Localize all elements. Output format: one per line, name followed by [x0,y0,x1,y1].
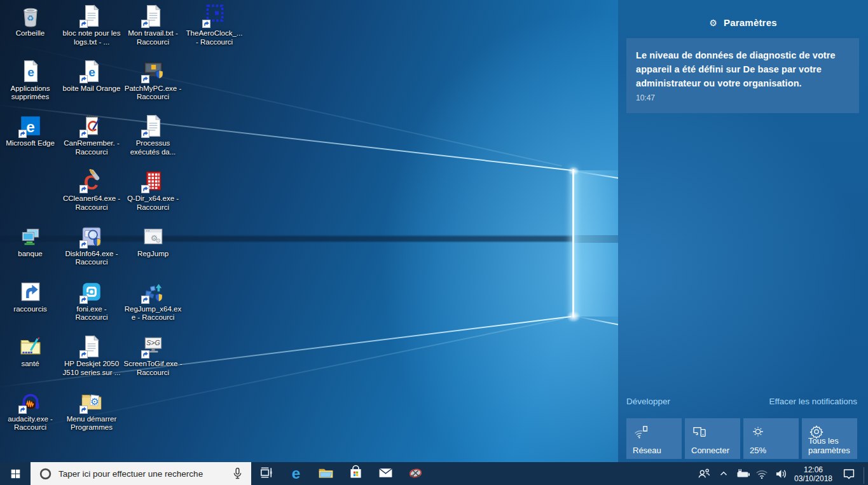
taskbar-microsoft-store[interactable] [341,462,371,485]
canremember-icon [79,114,104,138]
tray-hidden-icons[interactable] [715,462,733,485]
network-icon [755,468,769,480]
quick-action-25[interactable]: 25% [743,418,799,459]
taskbar-search-box[interactable]: Taper ici pour effectuer une recherche [31,462,251,485]
windows-desktop: ♻Corbeillebloc note pour les logs.txt - … [0,0,868,485]
tray-volume[interactable] [771,462,791,485]
screentogif-icon: S>G [141,334,165,359]
desktop-icon-microsoft-edge[interactable]: eMicrosoft Edge [0,114,60,148]
banque-icon [18,224,43,249]
quick-action-label: Connecter [691,446,738,455]
desktop-icon-hp-deskjet-2050-j510-series-sur[interactable]: HP Deskjet 2050 J510 series sur ... [62,334,122,377]
doc-icon [141,114,165,138]
recycle-icon: ♻ [18,4,43,28]
desktop-icon-label: DiskInfo64.exe - Raccourci [62,250,122,267]
cortana-ring-icon [39,467,52,481]
desktop-icon-label: TheAeroClock_... - Raccourci [184,29,245,46]
bubble-icon [841,466,857,481]
edgedoc-icon: e [18,59,43,83]
desktop-icon-label: Mon travail.txt - Raccourci [123,29,183,46]
ccleaner-icon: C [79,169,104,193]
desktop-icon-label: RegJump_x64.exe - Raccourci [123,305,183,322]
notification-card[interactable]: Le niveau de données de diagnostic de vo… [626,38,859,113]
quick-action-r-seau[interactable]: Réseau [626,418,682,459]
desktop-icon-q-dir-x64-exe-raccourci[interactable]: Q-Dir_x64.exe - Raccourci [123,169,183,212]
microsoft-store-icon [347,464,364,483]
quick-action-label: Réseau [633,446,679,455]
show-desktop-button[interactable] [864,462,868,485]
desktop-icon-ccleaner64-exe-raccourci[interactable]: CCCleaner64.exe - Raccourci [62,169,122,212]
desktop-icon-regjump[interactable]: ⚙⚙RegJump [123,224,183,259]
desktop-icon-theaeroclock-raccourci[interactable]: TheAeroClock_... - Raccourci [184,4,245,46]
desktop-icon-label: boite Mail Orange [62,85,122,93]
desktop-icon-boite-mail-orange[interactable]: eboite Mail Orange [62,59,122,93]
action-center-header: ⚙Paramètres [618,17,868,28]
desktop-icon-audacity-exe-raccourci[interactable]: audacity.exe - Raccourci [0,390,60,432]
desktop-icon-canremember-raccourci[interactable]: CanRemember. - Raccourci [62,114,122,156]
battery-icon [734,467,751,480]
svg-text:e: e [26,118,35,135]
regjump64-icon [141,280,165,304]
start-button[interactable] [0,462,31,485]
clear-notifications-link[interactable]: Effacer les notifications [769,397,857,406]
desktop-icon-applications-supprim-es[interactable]: eApplications supprimées [0,59,60,102]
desktop-icon-patchmypc-exe-raccourci[interactable]: PatchMyPC.exe - Raccourci [123,59,183,102]
tray-battery[interactable] [733,462,753,485]
tray-network[interactable] [753,462,771,485]
taskbar-task-view[interactable] [251,462,281,485]
quick-actions-row: RéseauConnecter25%Tous les paramètres [626,418,857,459]
quick-action-connecter[interactable]: Connecter [685,418,740,459]
taskbar-snipping-tool[interactable] [401,462,431,485]
desktop-icon-sant[interactable]: santé [0,334,60,369]
desktop-icon-label: Corbeille [0,29,60,38]
taskbar-mail[interactable] [371,462,401,485]
desktop-icon-raccourcis[interactable]: raccourcis [0,280,60,314]
wallpaper-light-line [572,169,574,317]
doc-icon [79,334,104,359]
desktop-icon-processus-ex-cut-s-da[interactable]: Processus exécutés da... [123,114,183,156]
action-center-title: Paramètres [724,17,777,28]
patchmypc-icon [141,59,165,83]
action-center-panel: ⚙Paramètres Le niveau de données de diag… [618,0,868,462]
file-explorer-icon [317,464,334,483]
microsoft-edge-icon: e [287,464,305,483]
desktop-icon-bloc-note-pour-les-logs-txt[interactable]: bloc note pour les logs.txt - ... [62,4,122,46]
wallpaper-glow [567,311,581,322]
taskbar-file-explorer[interactable] [311,462,341,485]
expand-link[interactable]: Développer [626,397,670,406]
taskbar-microsoft-edge[interactable]: e [281,462,311,485]
svg-text:e: e [27,65,34,79]
action-center-button[interactable] [836,462,862,485]
action-center-links: Développer Effacer les notifications [626,397,857,406]
desktop-icon-mon-travail-txt-raccourci[interactable]: Mon travail.txt - Raccourci [123,4,183,46]
taskbar-apps: e [251,462,431,485]
hidden-icons-icon [718,468,729,479]
wallpaper-glow [568,167,579,175]
aeroclock-icon [202,4,226,28]
diskinfo-icon [79,224,104,249]
task-view-icon [258,464,275,483]
desktop-icon-label: Menu démarrer Programmes [62,415,122,432]
shortcutbig-icon [18,280,43,304]
desktop-icon-banque[interactable]: banque [0,224,60,259]
desktop-icon-label: bloc note pour les logs.txt - ... [62,29,122,46]
tray-people[interactable] [693,462,715,485]
svg-text:⚙: ⚙ [155,237,161,244]
desktop-icon-label: Q-Dir_x64.exe - Raccourci [123,195,183,212]
desktop-icon-label: Microsoft Edge [0,139,60,148]
desktop-icon-foni-exe-raccourci[interactable]: foni.exe - Raccourci [62,280,122,322]
microphone-icon[interactable] [231,467,244,480]
desktop-icon-corbeille[interactable]: ♻Corbeille [0,4,60,38]
quick-action-tous-les-param-tres[interactable]: Tous les paramètres [802,418,857,459]
desktop-icon-menu-d-marrer-programmes[interactable]: ⚙Menu démarrer Programmes [62,390,122,432]
doc-icon [79,4,104,28]
desktop-icon-label: PatchMyPC.exe - Raccourci [123,85,183,102]
wallpaper-window-glow [574,170,618,317]
edgetile-icon: e [18,114,43,138]
snipping-tool-icon [407,464,424,483]
edgedoc-icon: e [79,59,104,83]
desktop-icon-regjump-x64-exe-raccourci[interactable]: RegJump_x64.exe - Raccourci [123,280,183,322]
desktop-icon-screentogif-exe-raccourci[interactable]: S>GScreenToGif.exe - Raccourci [123,334,183,377]
tray-clock[interactable]: 12:0603/10/2018 [791,465,836,483]
desktop-icon-diskinfo64-exe-raccourci[interactable]: DiskInfo64.exe - Raccourci [62,224,122,267]
